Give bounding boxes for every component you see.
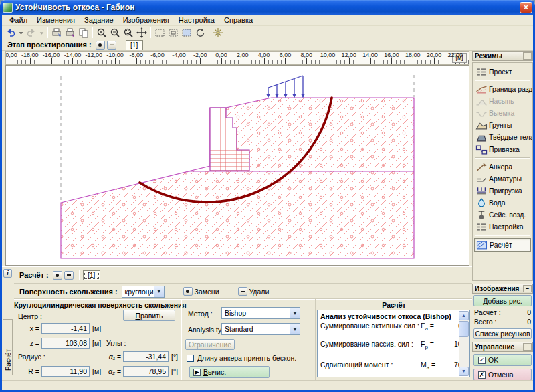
picture-list-button[interactable]: Список рисунков bbox=[473, 328, 532, 339]
add-picture-button[interactable]: Добавь рис. bbox=[473, 295, 532, 306]
sidebar-item-7[interactable]: Привязка bbox=[473, 143, 532, 155]
sidebar-item-9[interactable]: Арматуры bbox=[473, 173, 532, 185]
analysis-add-button[interactable] bbox=[53, 271, 62, 280]
pan-icon[interactable] bbox=[135, 27, 148, 39]
replace-label: Замени bbox=[195, 288, 219, 296]
stage-tab-1[interactable]: [1] bbox=[126, 40, 143, 50]
rotate-icon[interactable] bbox=[193, 27, 207, 39]
sidebar-item-11[interactable]: Вода bbox=[473, 197, 532, 209]
burst-icon[interactable] bbox=[211, 27, 225, 39]
menu-item-5[interactable]: Настройка bbox=[174, 15, 219, 25]
info-button[interactable]: i bbox=[3, 269, 12, 278]
app-icon bbox=[3, 3, 13, 13]
menu-item-3[interactable]: Задание bbox=[80, 15, 118, 25]
x-unit: [м] bbox=[92, 324, 101, 332]
method-group: Метод : Bishop ▼ Analysis type : Standar… bbox=[181, 299, 314, 380]
x-input[interactable] bbox=[41, 323, 90, 334]
sidebar-item-6[interactable]: Твёрдые тела bbox=[473, 131, 532, 143]
analysis-remove-button[interactable] bbox=[64, 271, 74, 280]
scroll-down-icon[interactable]: ▼ bbox=[459, 367, 469, 376]
scroll-up-icon[interactable]: ▲ bbox=[459, 311, 469, 320]
title-bar[interactable]: Устойчивость откоса - Габион × bbox=[0, 0, 535, 15]
zoom-out-icon[interactable] bbox=[108, 27, 122, 39]
alpha1-input[interactable] bbox=[123, 351, 169, 362]
stat-value: 0 bbox=[527, 308, 531, 316]
sidebar-item-12[interactable]: Сейс. возд. bbox=[473, 209, 532, 221]
menu-item-1[interactable]: Файл bbox=[5, 15, 32, 25]
sidebar-item-10[interactable]: Пригрузка bbox=[473, 185, 532, 197]
earthquake-icon bbox=[475, 210, 489, 220]
results-heading: Анализ устойчивости откоса (Bishop) bbox=[320, 312, 457, 322]
print-icon[interactable] bbox=[50, 27, 64, 39]
close-button[interactable]: × bbox=[520, 2, 532, 13]
zoom-window-icon[interactable] bbox=[122, 27, 135, 39]
sidebar-item-label: Анкера bbox=[489, 163, 512, 171]
sidebar-item-label: Вода bbox=[489, 199, 506, 207]
sidebar-item-1[interactable]: Проект bbox=[473, 66, 532, 78]
compute-button[interactable]: ▶ Вычис. bbox=[189, 366, 270, 378]
compute-label: Вычис. bbox=[203, 368, 226, 376]
chevron-down-icon[interactable]: ▼ bbox=[290, 308, 300, 318]
ruler-label: 18,00 bbox=[405, 52, 421, 58]
images-collapse-button[interactable]: – bbox=[523, 285, 532, 292]
replace-surface-button[interactable]: Замени bbox=[183, 287, 219, 296]
field-a2: α₂ = [°] bbox=[101, 366, 178, 377]
undo-icon[interactable] bbox=[4, 27, 17, 39]
sidebar-item-8[interactable]: Анкера bbox=[473, 161, 532, 173]
ok-button[interactable]: ✓OK bbox=[473, 354, 532, 366]
drawing-canvas[interactable] bbox=[5, 65, 469, 266]
cancel-button[interactable]: ✗Отмена bbox=[473, 369, 532, 381]
slip-surface-label: Поверхность скольжения : bbox=[19, 288, 118, 296]
method-label: Метод : bbox=[188, 310, 213, 318]
control-header: Управление – bbox=[472, 342, 533, 352]
delete-surface-button[interactable]: Удали bbox=[238, 287, 270, 296]
window-title: Устойчивость откоса - Габион bbox=[15, 3, 520, 12]
separator bbox=[122, 40, 122, 50]
ruler-label: -2,00 bbox=[193, 52, 207, 58]
analysis-tab-1[interactable]: [1] bbox=[83, 270, 100, 280]
menu-item-2[interactable]: Изменения bbox=[32, 15, 80, 25]
stage-add-button[interactable] bbox=[96, 41, 105, 50]
frame-filled-icon[interactable] bbox=[180, 27, 193, 39]
slip-surface-group: Круглоцилиндрическая поверхность скольже… bbox=[14, 299, 180, 380]
edit-button[interactable]: Править bbox=[123, 310, 175, 321]
stage-remove-button[interactable] bbox=[107, 41, 116, 50]
radius-unit: [м] bbox=[92, 367, 101, 375]
chevron-down-icon[interactable]: ▼ bbox=[290, 324, 300, 334]
frame-inner-icon[interactable] bbox=[167, 27, 180, 39]
alpha2-input[interactable] bbox=[123, 366, 169, 377]
method-combo[interactable]: Bishop ▼ bbox=[221, 307, 300, 319]
print-preview-icon[interactable] bbox=[64, 27, 77, 39]
images-stat-row: Расчёт :0 bbox=[472, 308, 533, 317]
toolbar-separator bbox=[150, 27, 151, 38]
separator bbox=[79, 270, 80, 280]
zoom-in-icon[interactable] bbox=[95, 27, 108, 39]
right-panel: Режимы – ПроектГраница разд.НасыпьВыемка… bbox=[472, 51, 533, 379]
analysis-side-tab[interactable]: Расчёт bbox=[3, 319, 13, 375]
slip-surface-combo[interactable]: круглоцил. ▼ bbox=[122, 286, 165, 298]
control-collapse-button[interactable]: – bbox=[523, 343, 532, 351]
analysis-side-tab-label: Расчёт bbox=[5, 349, 12, 371]
z-input[interactable] bbox=[41, 338, 90, 349]
sidebar-item-2[interactable]: Граница разд. bbox=[473, 83, 532, 95]
menu-item-6[interactable]: Справка bbox=[219, 15, 257, 25]
ruler-label: -20,00 bbox=[5, 52, 17, 58]
undo-dropdown-icon[interactable] bbox=[17, 27, 25, 39]
frame-icon[interactable] bbox=[153, 27, 167, 39]
copy-icon[interactable] bbox=[77, 27, 90, 39]
images-stats: Расчёт :0Всего :0 bbox=[472, 308, 533, 326]
analysis-type-combo[interactable]: Standard ▼ bbox=[221, 323, 300, 335]
anchor-length-checkbox[interactable] bbox=[187, 355, 194, 362]
toolbar bbox=[2, 26, 533, 39]
sidebar-item-5[interactable]: Грунты bbox=[473, 119, 532, 131]
sidebar-item-13[interactable]: Настройка bbox=[473, 221, 532, 233]
menu-item-4[interactable]: Изображения bbox=[118, 15, 174, 25]
z-label: z = bbox=[25, 339, 39, 347]
radius-input[interactable] bbox=[41, 366, 90, 377]
results-scrollbar[interactable]: ▲ ▼ bbox=[459, 311, 469, 376]
chevron-down-icon[interactable]: ▼ bbox=[154, 286, 164, 297]
analysis-icon bbox=[476, 240, 490, 250]
sidebar-item-14[interactable]: Расчёт bbox=[474, 238, 531, 252]
modes-collapse-button[interactable]: – bbox=[523, 52, 532, 60]
scrollbar-thumb[interactable] bbox=[459, 321, 469, 337]
